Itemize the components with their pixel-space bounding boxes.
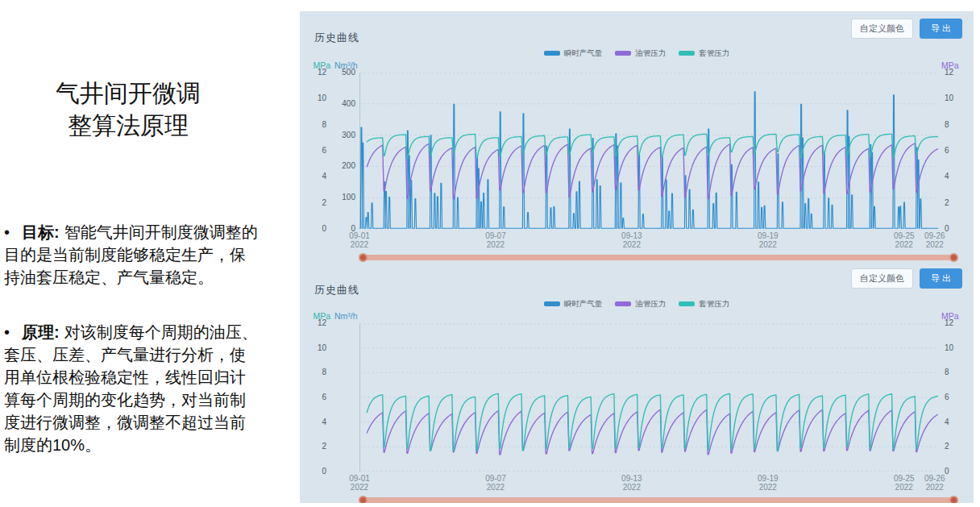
x-axis-labels: 09-01202209-07202209-13202209-19202209-2… bbox=[359, 474, 938, 493]
legend-item[interactable]: 油管压力 bbox=[615, 299, 666, 310]
y-axis-tick: 6 bbox=[322, 147, 326, 155]
x-axis-tick: 09-012022 bbox=[349, 474, 370, 492]
plot-row: 121086420 121086420 bbox=[311, 323, 962, 472]
y-axis-tick: 12 bbox=[318, 69, 326, 77]
y-axis-tick: 12 bbox=[945, 319, 953, 327]
right-mpa-axis: 121086420 bbox=[938, 323, 962, 472]
x-axis-tick: 09-072022 bbox=[485, 474, 506, 492]
plot-row: 121086420 5004003002001000 121086420 bbox=[311, 73, 962, 229]
customize-color-button[interactable]: 自定义颜色 bbox=[851, 268, 913, 289]
x-axis-tick: 09-012022 bbox=[349, 231, 370, 249]
time-range-slider[interactable] bbox=[359, 252, 957, 264]
goal-label: 目标: bbox=[22, 223, 60, 241]
x-axis-tick: 09-192022 bbox=[758, 231, 779, 249]
chart-plot[interactable] bbox=[359, 323, 938, 472]
x-axis-tick: 09-252022 bbox=[894, 474, 915, 492]
y-axis-tick: 500 bbox=[342, 69, 355, 77]
slider-handle-right[interactable] bbox=[949, 496, 958, 503]
y-axis-tick: 6 bbox=[945, 393, 949, 401]
slide-page: 气井间开微调 整算法原理 •目标:智能气井间开制度微调整的目的是当前制度能够稳定… bbox=[0, 0, 980, 507]
y-axis-tick: 12 bbox=[318, 319, 326, 327]
y-axis-tick: 2 bbox=[322, 443, 326, 451]
y-axis-tick: 6 bbox=[945, 147, 949, 155]
slider-bar[interactable] bbox=[361, 255, 956, 260]
legend-swatch-icon bbox=[544, 301, 560, 306]
legend-swatch-icon bbox=[615, 301, 631, 306]
legend-item[interactable]: 瞬时产气量 bbox=[544, 299, 603, 310]
principle-label: 原理: bbox=[22, 323, 60, 341]
y-axis-tick: 10 bbox=[318, 94, 326, 102]
y-axis-tick: 10 bbox=[945, 344, 953, 352]
chart-plot[interactable] bbox=[359, 73, 938, 229]
y-axis-tick: 12 bbox=[945, 69, 953, 77]
chart-header: 历史曲线 自定义颜色 导 出 bbox=[311, 267, 962, 299]
y-axis-tick: 8 bbox=[322, 368, 326, 376]
plot-area-wrap bbox=[359, 73, 938, 229]
axis-units-row: MPa Nm³/h MPa bbox=[311, 311, 962, 323]
goal-bullet: •目标:智能气井间开制度微调整的目的是当前制度能够稳定生产，保持油套压稳定、产气… bbox=[4, 221, 258, 289]
slider-handle-right[interactable] bbox=[949, 253, 958, 262]
series-pressure-line bbox=[367, 393, 938, 451]
legend-item[interactable]: 瞬时产气量 bbox=[544, 48, 603, 59]
chart-toolbar: 自定义颜色 导 出 bbox=[851, 19, 962, 39]
left-mpa-axis: 121086420 bbox=[311, 323, 330, 472]
y-axis-tick: 0 bbox=[322, 468, 326, 476]
x-axis-tick: 09-072022 bbox=[485, 231, 506, 249]
legend-label: 油管压力 bbox=[635, 48, 666, 59]
y-axis-tick: 100 bbox=[342, 193, 355, 202]
legend-label: 油管压力 bbox=[635, 299, 666, 310]
legend-swatch-icon bbox=[544, 51, 560, 56]
legend-label: 套管压力 bbox=[699, 299, 729, 310]
principle-text: 对该制度每个周期的油压、套压、压差、产气量进行分析，使用单位根检验稳定性，线性回… bbox=[4, 323, 258, 454]
series-gas-rate-line bbox=[359, 92, 938, 228]
legend-swatch-icon bbox=[679, 51, 695, 56]
y-axis-tick: 4 bbox=[945, 418, 949, 426]
x-axis-tick: 09-262022 bbox=[924, 231, 945, 249]
y-axis-tick: 300 bbox=[342, 131, 355, 139]
slider-handle-left[interactable] bbox=[359, 496, 368, 503]
principle-bullet: •原理:对该制度每个周期的油压、套压、压差、产气量进行分析，使用单位根检验稳定性… bbox=[4, 321, 258, 456]
y-axis-tick: 4 bbox=[322, 418, 326, 426]
chart-toolbar: 自定义颜色 导 出 bbox=[851, 268, 962, 289]
legend-swatch-icon bbox=[679, 301, 695, 306]
right-mpa-axis: 121086420 bbox=[938, 73, 962, 229]
x-axis-tick: 09-252022 bbox=[894, 231, 915, 249]
slider-handle-left[interactable] bbox=[359, 253, 368, 262]
time-range-slider[interactable] bbox=[359, 495, 957, 503]
y-axis-tick: 8 bbox=[322, 121, 326, 129]
x-axis-labels: 09-01202209-07202209-13202209-19202209-2… bbox=[359, 231, 938, 251]
legend-item[interactable]: 套管压力 bbox=[679, 299, 729, 310]
y-axis-tick: 6 bbox=[322, 393, 326, 401]
x-axis-tick: 09-262022 bbox=[924, 474, 945, 492]
y-axis-tick: 8 bbox=[945, 121, 949, 129]
left-nm3h-axis bbox=[330, 323, 359, 472]
series-pressure-line bbox=[367, 143, 938, 199]
x-axis-tick: 09-132022 bbox=[621, 474, 642, 492]
chart-legend: 瞬时产气量油管压力套管压力 bbox=[311, 299, 962, 309]
y-axis-tick: 2 bbox=[945, 443, 949, 451]
bullet-marker: • bbox=[4, 323, 10, 341]
legend-swatch-icon bbox=[615, 51, 631, 56]
plot-area-wrap bbox=[359, 323, 938, 472]
y-axis-tick: 400 bbox=[342, 100, 355, 108]
left-mpa-axis: 121086420 bbox=[311, 73, 330, 229]
customize-color-button[interactable]: 自定义颜色 bbox=[851, 19, 913, 39]
slider-bar[interactable] bbox=[361, 497, 956, 503]
slide-text-column: 气井间开微调 整算法原理 •目标:智能气井间开制度微调整的目的是当前制度能够稳定… bbox=[0, 0, 300, 507]
chart-title: 历史曲线 bbox=[314, 31, 359, 45]
slide-title-line1: 气井间开微调 bbox=[13, 77, 243, 110]
left-nm3h-unit-label: Nm³/h bbox=[334, 311, 358, 321]
slide-title-line2: 整算法原理 bbox=[13, 110, 243, 142]
y-axis-tick: 2 bbox=[322, 199, 326, 207]
y-axis-tick: 2 bbox=[945, 199, 949, 207]
x-axis-tick: 09-192022 bbox=[758, 474, 779, 492]
y-axis-tick: 10 bbox=[945, 94, 953, 102]
export-button[interactable]: 导 出 bbox=[920, 268, 962, 289]
history-curve-section-bottom: 历史曲线 自定义颜色 导 出 瞬时产气量油管压力套管压力 MPa Nm³/h M… bbox=[311, 267, 962, 503]
bullet-marker: • bbox=[4, 223, 10, 241]
y-axis-tick: 4 bbox=[945, 172, 949, 181]
legend-item[interactable]: 油管压力 bbox=[615, 48, 666, 59]
chart-title: 历史曲线 bbox=[314, 283, 359, 297]
export-button[interactable]: 导 出 bbox=[920, 19, 962, 39]
legend-item[interactable]: 套管压力 bbox=[679, 48, 729, 59]
